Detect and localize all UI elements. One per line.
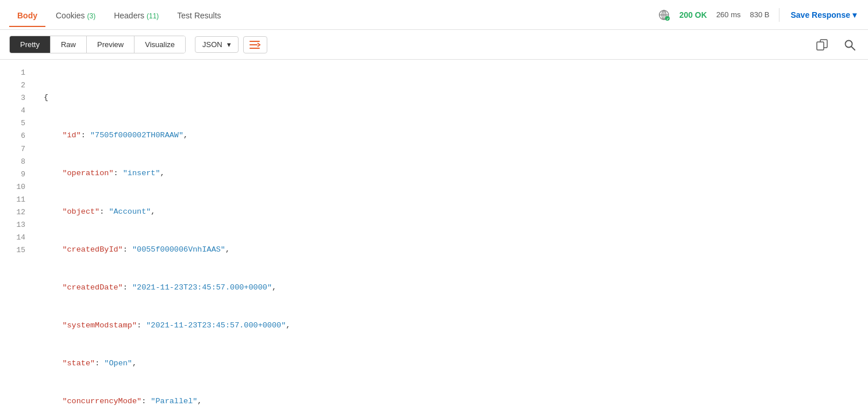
svg-text:✓: ✓ xyxy=(666,17,669,21)
line-num-15: 15 xyxy=(0,244,34,257)
copy-button[interactable] xyxy=(813,36,831,54)
line-num-8: 8 xyxy=(0,156,34,168)
tab-body[interactable]: Body xyxy=(9,3,45,27)
code-line-7: "systemModstamp": "2021-11-23T23:45:57.0… xyxy=(44,319,859,333)
tab-bar: Body Cookies (3) Headers (11) Test Resul… xyxy=(0,0,868,30)
status-size-text: 830 B xyxy=(750,10,770,19)
code-line-9: "concurrencyMode": "Parallel", xyxy=(44,395,859,408)
line-num-6: 6 xyxy=(0,130,34,142)
line-num-5: 5 xyxy=(0,117,34,130)
status-ok-text: 200 OK xyxy=(679,10,707,20)
svg-rect-7 xyxy=(249,44,258,45)
line-num-10: 10 xyxy=(0,181,34,194)
code-line-4: "object": "Account", xyxy=(44,206,859,219)
response-status-area: ✓ 200 OK 260 ms 830 B Save Response ▾ xyxy=(658,7,859,23)
line-num-13: 13 xyxy=(0,219,34,231)
view-pretty-button[interactable]: Pretty xyxy=(10,36,51,53)
format-toolbar: Pretty Raw Preview Visualize JSON ▾ xyxy=(0,30,868,60)
line-num-14: 14 xyxy=(0,231,34,244)
line-num-3: 3 xyxy=(0,92,34,105)
line-num-1: 1 xyxy=(0,67,34,79)
view-buttons: Pretty Raw Preview Visualize xyxy=(9,36,186,53)
toolbar-right-icons xyxy=(813,36,859,54)
code-line-1: { xyxy=(44,91,859,105)
svg-rect-10 xyxy=(817,42,824,50)
line-num-4: 4 xyxy=(0,105,34,117)
line-num-11: 11 xyxy=(0,194,34,206)
tab-test-results[interactable]: Test Results xyxy=(169,3,229,27)
response-tabs: Body Cookies (3) Headers (11) Test Resul… xyxy=(9,3,229,27)
view-visualize-button[interactable]: Visualize xyxy=(135,36,185,53)
tab-cookies[interactable]: Cookies (3) xyxy=(48,3,103,27)
divider xyxy=(779,8,779,22)
search-button[interactable] xyxy=(840,36,859,54)
format-select[interactable]: JSON ▾ xyxy=(195,36,239,53)
save-response-button[interactable]: Save Response ▾ xyxy=(789,7,859,23)
svg-rect-8 xyxy=(249,48,260,49)
response-body-code: 1 2 3 4 5 6 7 8 9 10 11 12 13 14 15 { "i… xyxy=(0,60,868,417)
svg-rect-6 xyxy=(249,41,260,42)
line-num-2: 2 xyxy=(0,79,34,92)
line-num-12: 12 xyxy=(0,206,34,219)
code-line-2: "id": "7505f000002TH0RAAW", xyxy=(44,129,859,142)
json-code-content: { "id": "7505f000002TH0RAAW", "operation… xyxy=(34,60,868,417)
tab-headers[interactable]: Headers (11) xyxy=(106,3,167,27)
globe-icon: ✓ xyxy=(658,9,670,21)
format-chevron-icon: ▾ xyxy=(227,40,231,49)
code-line-6: "createdDate": "2021-11-23T23:45:57.000+… xyxy=(44,281,859,295)
chevron-down-icon: ▾ xyxy=(852,10,857,20)
status-time-text: 260 ms xyxy=(716,10,741,19)
code-line-5: "createdById": "0055f000006VnhIAAS", xyxy=(44,244,859,257)
code-line-8: "state": "Open", xyxy=(44,357,859,370)
view-raw-button[interactable]: Raw xyxy=(51,36,87,53)
code-line-3: "operation": "insert", xyxy=(44,167,859,180)
format-label: JSON xyxy=(202,40,222,49)
svg-line-12 xyxy=(851,47,855,50)
view-preview-button[interactable]: Preview xyxy=(87,36,135,53)
line-numbers: 1 2 3 4 5 6 7 8 9 10 11 12 13 14 15 xyxy=(0,60,34,417)
line-num-7: 7 xyxy=(0,143,34,156)
line-num-9: 9 xyxy=(0,168,34,181)
wrap-lines-button[interactable] xyxy=(243,36,267,53)
